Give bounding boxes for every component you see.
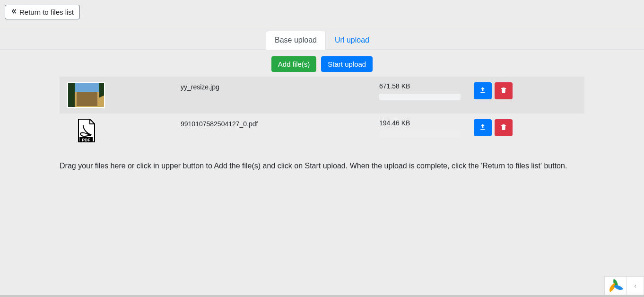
svg-text:PDF: PDF: [82, 138, 91, 142]
return-to-files-button[interactable]: Return to files list: [5, 5, 80, 19]
upload-progress-bar: [379, 131, 461, 137]
delete-file-button[interactable]: [495, 82, 513, 99]
upload-tabs: Base upload Url upload: [0, 31, 644, 50]
file-name: yy_resize.jpg: [181, 82, 379, 91]
toolbar-collapse-button[interactable]: ‹: [627, 277, 644, 295]
file-size: 671.58 KB: [379, 82, 474, 90]
double-chevron-left-icon: [11, 8, 17, 16]
upload-icon: [479, 87, 487, 96]
delete-file-button[interactable]: [495, 119, 513, 136]
file-row: yy_resize.jpg 671.58 KB: [60, 77, 584, 114]
upload-file-button[interactable]: [474, 82, 492, 99]
horizontal-scrollbar[interactable]: [0, 295, 644, 297]
start-upload-button[interactable]: Start upload: [321, 56, 373, 72]
file-list: yy_resize.jpg 671.58 KB: [60, 77, 584, 150]
upload-progress-bar: [379, 94, 461, 100]
file-name: 9910107582504127_0.pdf: [181, 119, 379, 128]
image-thumbnail-icon: [67, 82, 105, 108]
tab-base-upload[interactable]: Base upload: [266, 31, 326, 50]
yii-logo-icon: [605, 277, 627, 295]
add-files-button[interactable]: Add file(s): [271, 56, 317, 72]
file-size: 194.46 KB: [379, 119, 474, 127]
trash-icon: [500, 87, 507, 96]
debug-toolbar[interactable]: ‹: [604, 276, 644, 295]
trash-icon: [500, 123, 507, 132]
file-thumbnail: PDF: [67, 119, 105, 145]
pdf-file-icon: PDF: [77, 119, 96, 145]
file-row: PDF 9910107582504127_0.pdf 194.46 KB: [60, 114, 584, 150]
file-thumbnail: [67, 82, 105, 108]
chevron-left-icon: ‹: [634, 282, 636, 289]
upload-icon: [479, 123, 487, 132]
return-label: Return to files list: [19, 8, 74, 16]
upload-file-button[interactable]: [474, 119, 492, 136]
tab-url-upload[interactable]: Url upload: [326, 31, 378, 50]
help-text: Drag your files here or click in upper b…: [60, 162, 584, 170]
